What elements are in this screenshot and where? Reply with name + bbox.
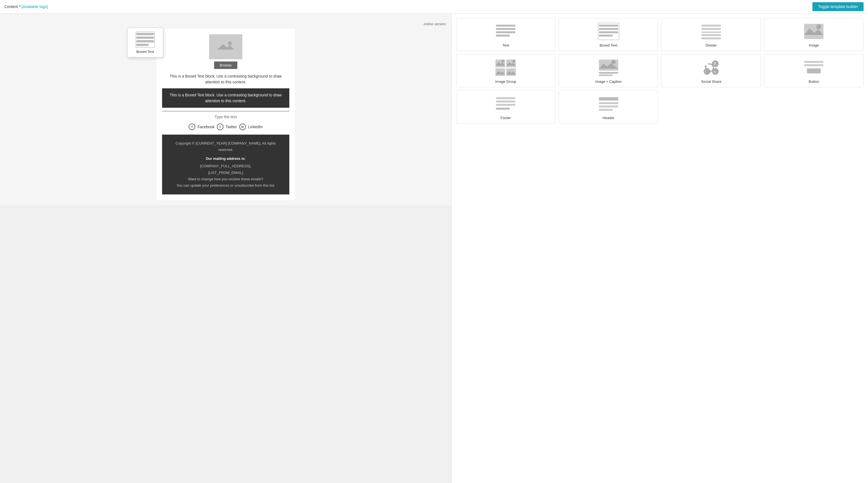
linkedin-label: LinkedIn: [248, 124, 263, 129]
svg-rect-56: [136, 44, 149, 46]
svg-rect-9: [599, 31, 618, 33]
email-container: online version Browse This: [0, 13, 452, 205]
template-item-image-caption[interactable]: Image + Caption: [559, 54, 658, 87]
svg-rect-49: [599, 97, 618, 101]
svg-rect-28: [506, 68, 516, 76]
template-icon-text: [495, 22, 517, 41]
template-item-header[interactable]: Header: [559, 90, 658, 123]
email-image-block: Browse: [162, 34, 289, 69]
floating-tooltip[interactable]: Boxed Text: [127, 28, 163, 57]
template-item-image[interactable]: Image: [764, 18, 864, 51]
email-body: Browse This is a Boxed Text block. Use a…: [157, 29, 295, 200]
template-item-social-share[interactable]: f t in Social Share: [661, 54, 761, 87]
available-tags-link[interactable]: [Available tags]: [22, 4, 48, 9]
svg-rect-47: [496, 104, 515, 106]
template-item-divider[interactable]: Divider: [661, 18, 761, 51]
svg-text:t: t: [705, 69, 707, 74]
svg-rect-7: [599, 25, 618, 27]
footer-address: [COMPANY_FULL_ADDRESS],: [167, 163, 284, 169]
svg-rect-16: [702, 37, 721, 39]
image-placeholder-icon: [217, 40, 234, 54]
svg-rect-26: [495, 68, 505, 76]
facebook-icon: f: [189, 123, 195, 130]
image-placeholder: [209, 34, 242, 59]
footer-address2: [LIST_FROM_EMAIL]: [167, 170, 284, 176]
svg-rect-13: [702, 28, 721, 30]
svg-rect-45: [496, 97, 515, 99]
svg-rect-5: [496, 31, 515, 33]
template-icon-boxed-text: [597, 22, 620, 41]
content-label: Content *: [4, 4, 21, 9]
svg-rect-33: [599, 72, 618, 74]
tooltip-label: Boxed Text: [136, 50, 154, 54]
template-icon-image-caption: [597, 58, 620, 77]
template-grid: Text Boxed Text: [456, 18, 864, 123]
svg-text:in: in: [714, 70, 716, 74]
svg-rect-54: [136, 36, 154, 39]
boxed-text-dark: This is a Boxed Text block. Use a contra…: [162, 88, 289, 108]
template-item-boxed-text[interactable]: Boxed Text: [559, 18, 658, 51]
template-label-footer: Footer: [501, 116, 511, 120]
svg-rect-55: [136, 40, 154, 42]
template-item-footer[interactable]: Footer: [456, 90, 555, 123]
boxed-text-normal: This is a Boxed Text block. Use a contra…: [162, 74, 289, 85]
online-version-bar: online version: [0, 19, 452, 29]
footer-copyright: Copyright © [CURRENT_YEAR] [COMPANY_NAME…: [167, 140, 284, 153]
svg-point-2: [228, 41, 232, 45]
template-item-text[interactable]: Text: [456, 18, 555, 51]
svg-rect-46: [496, 101, 515, 103]
svg-rect-52: [599, 109, 613, 111]
email-preview-panel: online version Browse This: [0, 13, 452, 483]
template-icon-image: [803, 22, 825, 41]
template-icon-button: [803, 58, 825, 77]
template-label-image-group: Image Group: [495, 80, 516, 84]
tooltip-icon: [135, 31, 155, 48]
email-footer: Copyright © [CURRENT_YEAR] [COMPANY_NAME…: [162, 135, 289, 194]
content-label-group: Content * [Available tags]: [4, 4, 48, 9]
template-label-button: Button: [809, 80, 819, 84]
facebook-label: Facebook: [197, 124, 214, 129]
twitter-icon: t: [217, 123, 223, 130]
svg-rect-3: [496, 25, 515, 27]
toggle-template-builder-button[interactable]: Toggle template builder: [812, 2, 864, 11]
svg-text:f: f: [714, 61, 716, 66]
footer-unsubscribe-text: You can update your preferences or unsub…: [167, 182, 284, 189]
template-item-button[interactable]: Button: [764, 54, 864, 87]
svg-rect-10: [599, 35, 613, 36]
online-version-text: online version: [424, 22, 446, 26]
template-label-social-share: Social Share: [701, 80, 721, 84]
footer-change-text: Want to change how you receive these ema…: [167, 176, 284, 182]
svg-rect-6: [496, 35, 510, 36]
template-label-image: Image: [809, 43, 819, 47]
svg-rect-15: [702, 34, 721, 36]
svg-point-22: [501, 60, 504, 63]
svg-rect-50: [599, 102, 618, 104]
top-bar: Content * [Available tags] Toggle templa…: [0, 0, 868, 13]
template-label-header: Header: [602, 116, 614, 120]
twitter-label: Twitter: [226, 124, 237, 129]
svg-rect-44: [807, 68, 821, 74]
template-builder-panel: Text Boxed Text: [452, 13, 868, 483]
svg-rect-4: [496, 28, 515, 30]
svg-rect-12: [702, 25, 721, 27]
template-label-divider: Divider: [706, 43, 717, 47]
browse-button[interactable]: Browse: [214, 61, 237, 69]
svg-rect-8: [599, 28, 618, 30]
template-icon-footer: [495, 94, 517, 114]
social-bar: f Facebook t Twitter in LinkedIn: [162, 123, 289, 130]
svg-rect-51: [599, 106, 618, 108]
email-divider: [162, 111, 289, 111]
main-layout: online version Browse This: [0, 13, 868, 483]
template-label-text: Text: [502, 43, 509, 47]
svg-rect-48: [496, 108, 510, 110]
template-label-image-caption: Image + Caption: [595, 80, 622, 84]
svg-rect-53: [136, 33, 154, 35]
template-icon-image-group: [495, 58, 517, 77]
svg-point-32: [611, 60, 616, 64]
svg-rect-42: [804, 61, 824, 63]
footer-mailing-label: Our mailing address is:: [167, 155, 284, 162]
template-item-image-group[interactable]: Image Group: [456, 54, 555, 87]
type-text: Type the text: [162, 115, 289, 119]
template-icon-divider: [700, 22, 722, 41]
svg-point-38: [704, 68, 710, 75]
